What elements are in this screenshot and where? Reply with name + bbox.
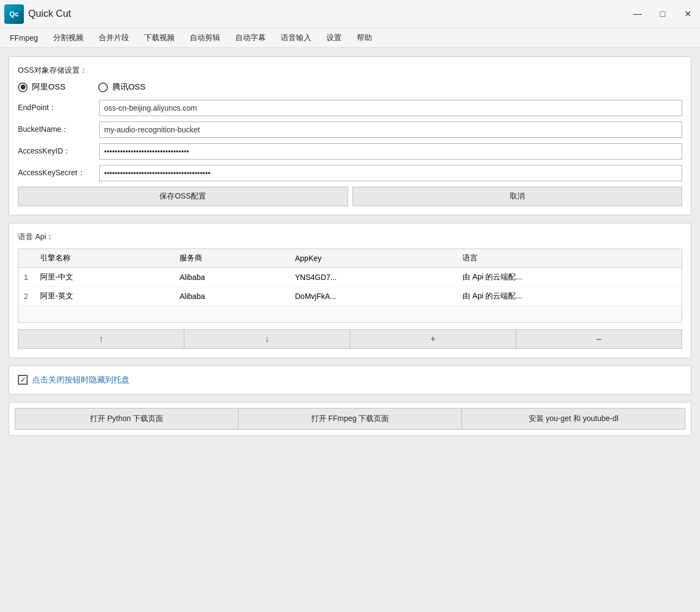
row-vendor-1: Alibaba [174, 268, 290, 287]
install-youget-button[interactable]: 安装 you-get 和 youtube-dl [462, 408, 685, 430]
menu-item-download[interactable]: 下载视频 [137, 31, 182, 45]
voice-api-table-container: 引擎名称 服务商 AppKey 语言 1 阿里-中文 Alibaba YNS4G… [18, 248, 682, 323]
system-tray-panel: 点击关闭按钮时隐藏到托盘 [9, 366, 691, 394]
voice-api-section-title: 语音 Api： [18, 232, 682, 242]
row-vendor-2: Alibaba [174, 287, 290, 306]
col-header-appkey: AppKey [290, 249, 457, 268]
col-header-num [18, 249, 35, 268]
bucketname-label: BucketName： [18, 125, 99, 135]
voice-api-panel: 语音 Api： 引擎名称 服务商 AppKey 语言 1 阿里-中文 [9, 223, 691, 358]
row-name-2: 阿里-英文 [35, 287, 174, 306]
col-header-language: 语言 [457, 249, 682, 268]
checkbox-label: 点击关闭按钮时隐藏到托盘 [32, 375, 130, 385]
table-btn-row: ↑ ↓ + – [18, 329, 682, 349]
move-up-button[interactable]: ↑ [18, 329, 184, 349]
ali-oss-radio-circle [18, 82, 28, 92]
menu-bar: FFmpeg 分割视频 合并片段 下载视频 自动剪辑 自动字幕 语音输入 设置 … [0, 28, 700, 48]
endpoint-input[interactable] [99, 100, 682, 116]
empty-cell [18, 306, 682, 322]
bottom-btn-row: 打开 Python 下载页面 打开 FFmpeg 下载页面 安装 you-get… [15, 408, 685, 430]
accesskeyid-label: AccessKeyID： [18, 146, 99, 156]
tencent-oss-label: 腾讯OSS [112, 82, 146, 92]
open-ffmpeg-button[interactable]: 打开 FFmpeg 下载页面 [239, 408, 462, 430]
title-bar-left: Qc Quick Cut [0, 4, 71, 24]
menu-item-split[interactable]: 分割视频 [46, 31, 91, 45]
close-button[interactable]: ✕ [675, 0, 700, 28]
save-oss-button[interactable]: 保存OSS配置 [18, 187, 348, 206]
voice-api-table: 引擎名称 服务商 AppKey 语言 1 阿里-中文 Alibaba YNS4G… [18, 249, 682, 322]
system-tray-checkbox[interactable]: 点击关闭按钮时隐藏到托盘 [18, 375, 682, 385]
row-name-1: 阿里-中文 [35, 268, 174, 287]
row-lang-1: 由 Api 的云端配... [457, 268, 682, 287]
ali-oss-label: 阿里OSS [32, 82, 66, 92]
app-logo: Qc [4, 4, 24, 24]
row-appkey-1: YNS4GD7... [290, 268, 457, 287]
open-python-button[interactable]: 打开 Python 下载页面 [15, 408, 239, 430]
oss-section-title: OSS对象存储设置： [18, 66, 682, 75]
oss-btn-row: 保存OSS配置 取消 [18, 187, 682, 206]
menu-item-subtitle[interactable]: 自动字幕 [228, 31, 273, 45]
tencent-oss-radio-circle [98, 82, 108, 92]
menu-item-help[interactable]: 帮助 [349, 31, 380, 45]
maximize-button[interactable]: □ [650, 0, 675, 28]
table-empty-row [18, 306, 682, 322]
accesskeyid-row: AccessKeyID： [18, 143, 682, 160]
menu-item-ffmpeg[interactable]: FFmpeg [2, 31, 46, 44]
add-row-button[interactable]: + [350, 329, 516, 349]
table-header-row: 引擎名称 服务商 AppKey 语言 [18, 249, 682, 268]
accesskeysecret-label: AccessKeySecret： [18, 168, 99, 178]
menu-item-autocut[interactable]: 自动剪辑 [182, 31, 228, 45]
table-row[interactable]: 1 阿里-中文 Alibaba YNS4GD7... 由 Api 的云端配... [18, 268, 682, 287]
title-bar-controls: — □ ✕ [625, 0, 700, 28]
col-header-vendor: 服务商 [174, 249, 290, 268]
accesskeysecret-input[interactable] [99, 165, 682, 181]
bucketname-input[interactable] [99, 122, 682, 138]
accesskeysecret-row: AccessKeySecret： [18, 165, 682, 181]
checkbox-icon [18, 375, 28, 385]
title-bar: Qc Quick Cut — □ ✕ [0, 0, 700, 28]
row-num-1: 1 [18, 268, 35, 287]
app-title: Quick Cut [28, 8, 71, 20]
oss-radio-row: 阿里OSS 腾讯OSS [18, 82, 682, 92]
tencent-oss-radio[interactable]: 腾讯OSS [98, 82, 146, 92]
col-header-name: 引擎名称 [35, 249, 174, 268]
row-appkey-2: DoMvjFkA... [290, 287, 457, 306]
row-num-2: 2 [18, 287, 35, 306]
endpoint-label: EndPoint： [18, 103, 99, 113]
cancel-oss-button[interactable]: 取消 [352, 187, 683, 206]
menu-item-merge[interactable]: 合并片段 [91, 31, 137, 45]
minimize-button[interactable]: — [625, 0, 650, 28]
row-lang-2: 由 Api 的云端配... [457, 287, 682, 306]
bucketname-row: BucketName： [18, 122, 682, 138]
table-row[interactable]: 2 阿里-英文 Alibaba DoMvjFkA... 由 Api 的云端配..… [18, 287, 682, 306]
move-down-button[interactable]: ↓ [184, 329, 350, 349]
endpoint-row: EndPoint： [18, 100, 682, 116]
remove-row-button[interactable]: – [516, 329, 682, 349]
oss-panel: OSS对象存储设置： 阿里OSS 腾讯OSS EndPoint： BucketN… [9, 56, 691, 215]
accesskeyid-input[interactable] [99, 143, 682, 160]
main-content: OSS对象存储设置： 阿里OSS 腾讯OSS EndPoint： BucketN… [0, 48, 700, 612]
ali-oss-radio[interactable]: 阿里OSS [18, 82, 66, 92]
menu-item-settings[interactable]: 设置 [319, 31, 349, 45]
bottom-buttons-panel: 打开 Python 下载页面 打开 FFmpeg 下载页面 安装 you-get… [9, 402, 691, 436]
menu-item-voiceinput[interactable]: 语音输入 [273, 31, 319, 45]
